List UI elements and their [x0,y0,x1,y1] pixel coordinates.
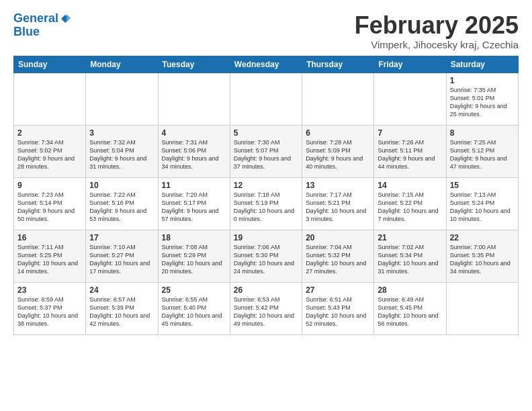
day-info: Sunrise: 7:30 AM Sunset: 5:07 PM Dayligh… [234,138,298,171]
logo-text: General [13,12,71,26]
calendar-cell: 25Sunrise: 6:55 AM Sunset: 5:40 PM Dayli… [158,282,230,334]
day-number: 17 [89,233,154,242]
calendar-cell [230,73,302,125]
calendar-cell: 16Sunrise: 7:11 AM Sunset: 5:25 PM Dayli… [14,230,86,282]
day-number: 12 [234,181,298,190]
calendar-cell: 12Sunrise: 7:18 AM Sunset: 5:19 PM Dayli… [230,177,302,230]
subtitle: Vimperk, Jihocesky kraj, Czechia [355,39,519,50]
day-info: Sunrise: 7:13 AM Sunset: 5:24 PM Dayligh… [450,191,515,224]
day-number: 15 [450,181,515,190]
col-header-tuesday: Tuesday [158,56,230,73]
day-number: 23 [17,285,82,295]
logo: General Blue [13,12,71,39]
day-number: 5 [234,128,298,138]
calendar-cell: 3Sunrise: 7:32 AM Sunset: 5:04 PM Daylig… [86,125,158,177]
col-header-monday: Monday [86,56,158,73]
day-info: Sunrise: 7:10 AM Sunset: 5:27 PM Dayligh… [89,243,154,276]
month-title: February 2025 [355,12,519,39]
logo-blue: Blue [13,26,71,39]
title-section: February 2025 Vimperk, Jihocesky kraj, C… [355,12,519,50]
calendar-cell: 15Sunrise: 7:13 AM Sunset: 5:24 PM Dayli… [446,177,518,230]
day-info: Sunrise: 7:02 AM Sunset: 5:34 PM Dayligh… [378,243,442,276]
day-info: Sunrise: 7:20 AM Sunset: 5:17 PM Dayligh… [162,191,226,224]
day-number: 11 [162,181,226,190]
calendar-cell [14,73,86,125]
day-info: Sunrise: 7:26 AM Sunset: 5:11 PM Dayligh… [378,138,442,171]
calendar-cell: 21Sunrise: 7:02 AM Sunset: 5:34 PM Dayli… [374,230,446,282]
col-header-friday: Friday [374,56,446,73]
calendar-cell: 24Sunrise: 6:57 AM Sunset: 5:39 PM Dayli… [86,282,158,334]
day-info: Sunrise: 7:06 AM Sunset: 5:30 PM Dayligh… [234,243,298,276]
day-info: Sunrise: 7:25 AM Sunset: 5:12 PM Dayligh… [450,138,515,171]
calendar-row-3: 16Sunrise: 7:11 AM Sunset: 5:25 PM Dayli… [14,230,519,282]
col-header-thursday: Thursday [302,56,374,73]
day-info: Sunrise: 7:18 AM Sunset: 5:19 PM Dayligh… [234,191,298,224]
calendar-cell [374,73,446,125]
calendar-cell: 11Sunrise: 7:20 AM Sunset: 5:17 PM Dayli… [158,177,230,230]
calendar-cell: 13Sunrise: 7:17 AM Sunset: 5:21 PM Dayli… [302,177,374,230]
calendar-cell: 10Sunrise: 7:22 AM Sunset: 5:16 PM Dayli… [86,177,158,230]
day-info: Sunrise: 7:04 AM Sunset: 5:32 PM Dayligh… [306,243,370,276]
day-info: Sunrise: 6:51 AM Sunset: 5:43 PM Dayligh… [306,295,370,328]
day-number: 10 [89,181,154,190]
day-info: Sunrise: 7:17 AM Sunset: 5:21 PM Dayligh… [306,191,370,224]
calendar-cell: 20Sunrise: 7:04 AM Sunset: 5:32 PM Dayli… [302,230,374,282]
calendar-cell: 23Sunrise: 6:59 AM Sunset: 5:37 PM Dayli… [14,282,86,334]
calendar-cell: 14Sunrise: 7:15 AM Sunset: 5:22 PM Dayli… [374,177,446,230]
day-info: Sunrise: 6:59 AM Sunset: 5:37 PM Dayligh… [17,295,82,328]
day-info: Sunrise: 7:35 AM Sunset: 5:01 PM Dayligh… [450,86,515,119]
day-number: 2 [17,128,82,138]
calendar-cell: 22Sunrise: 7:00 AM Sunset: 5:35 PM Dayli… [446,230,518,282]
calendar-cell: 8Sunrise: 7:25 AM Sunset: 5:12 PM Daylig… [446,125,518,177]
day-info: Sunrise: 7:11 AM Sunset: 5:25 PM Dayligh… [17,243,82,276]
calendar-row-1: 2Sunrise: 7:34 AM Sunset: 5:02 PM Daylig… [14,125,519,177]
calendar-cell: 1Sunrise: 7:35 AM Sunset: 5:01 PM Daylig… [446,73,518,125]
calendar-row-2: 9Sunrise: 7:23 AM Sunset: 5:14 PM Daylig… [14,177,519,230]
calendar-cell: 5Sunrise: 7:30 AM Sunset: 5:07 PM Daylig… [230,125,302,177]
day-number: 19 [234,233,298,242]
day-info: Sunrise: 7:28 AM Sunset: 5:09 PM Dayligh… [306,138,370,171]
day-number: 26 [234,285,298,295]
calendar-row-0: 1Sunrise: 7:35 AM Sunset: 5:01 PM Daylig… [14,73,519,125]
day-number: 1 [450,76,515,85]
logo-icon [60,13,71,24]
calendar-cell: 26Sunrise: 6:53 AM Sunset: 5:42 PM Dayli… [230,282,302,334]
calendar-cell: 6Sunrise: 7:28 AM Sunset: 5:09 PM Daylig… [302,125,374,177]
calendar-cell [446,282,518,334]
day-number: 21 [378,233,442,242]
day-number: 20 [306,233,370,242]
day-number: 28 [378,285,442,295]
day-info: Sunrise: 7:15 AM Sunset: 5:22 PM Dayligh… [378,191,442,224]
day-number: 24 [89,285,154,295]
col-header-sunday: Sunday [14,56,86,73]
day-number: 25 [162,285,226,295]
calendar-cell: 9Sunrise: 7:23 AM Sunset: 5:14 PM Daylig… [14,177,86,230]
day-info: Sunrise: 7:08 AM Sunset: 5:29 PM Dayligh… [162,243,226,276]
svg-marker-1 [66,14,71,22]
page: General Blue February 2025 Vimperk, Jiho… [0,0,532,342]
header: General Blue February 2025 Vimperk, Jiho… [13,12,519,50]
day-number: 8 [450,128,515,138]
calendar-cell: 19Sunrise: 7:06 AM Sunset: 5:30 PM Dayli… [230,230,302,282]
day-info: Sunrise: 6:55 AM Sunset: 5:40 PM Dayligh… [162,295,226,328]
day-info: Sunrise: 7:32 AM Sunset: 5:04 PM Dayligh… [89,138,154,171]
day-number: 16 [17,233,82,242]
calendar-cell [86,73,158,125]
calendar-cell [302,73,374,125]
day-info: Sunrise: 6:53 AM Sunset: 5:42 PM Dayligh… [234,295,298,328]
calendar-cell: 2Sunrise: 7:34 AM Sunset: 5:02 PM Daylig… [14,125,86,177]
calendar-cell: 4Sunrise: 7:31 AM Sunset: 5:06 PM Daylig… [158,125,230,177]
day-number: 13 [306,181,370,190]
header-row: SundayMondayTuesdayWednesdayThursdayFrid… [14,56,519,73]
calendar: SundayMondayTuesdayWednesdayThursdayFrid… [13,56,519,335]
col-header-saturday: Saturday [446,56,518,73]
col-header-wednesday: Wednesday [230,56,302,73]
day-number: 6 [306,128,370,138]
day-info: Sunrise: 6:57 AM Sunset: 5:39 PM Dayligh… [89,295,154,328]
calendar-row-4: 23Sunrise: 6:59 AM Sunset: 5:37 PM Dayli… [14,282,519,334]
calendar-cell: 7Sunrise: 7:26 AM Sunset: 5:11 PM Daylig… [374,125,446,177]
day-info: Sunrise: 7:31 AM Sunset: 5:06 PM Dayligh… [162,138,226,171]
day-info: Sunrise: 7:34 AM Sunset: 5:02 PM Dayligh… [17,138,82,171]
day-number: 22 [450,233,515,242]
day-info: Sunrise: 6:49 AM Sunset: 5:45 PM Dayligh… [378,295,442,328]
